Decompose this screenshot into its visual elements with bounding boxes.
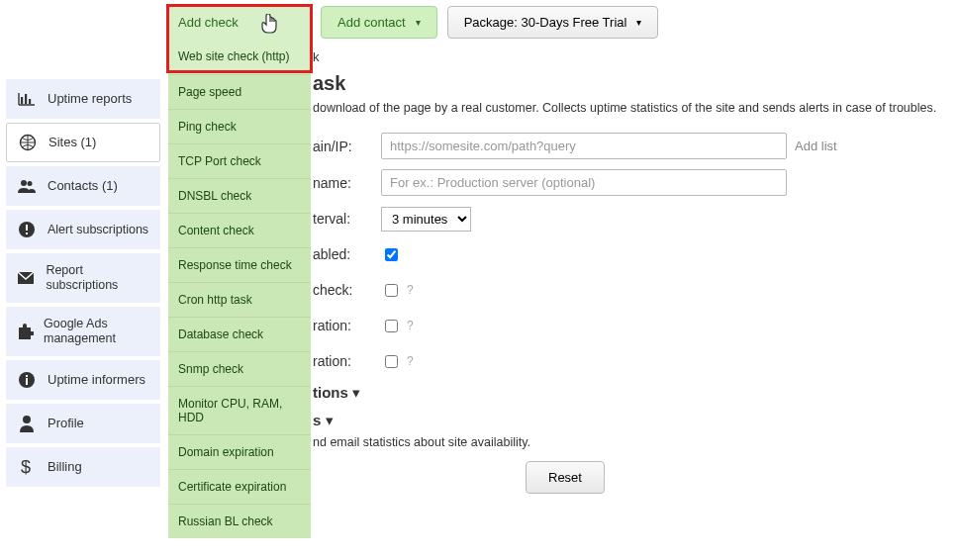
envelope-icon xyxy=(16,271,36,285)
dropdown-item-snmp-check[interactable]: Snmp check xyxy=(168,351,311,386)
globe-icon xyxy=(17,134,39,151)
dropdown-item-ping-check[interactable]: Ping check xyxy=(168,109,311,143)
sidebar-item-label: Report subscriptions xyxy=(46,263,150,293)
dropdown-item-page-speed[interactable]: Page speed xyxy=(168,74,311,109)
sidebar-item-sites[interactable]: Sites (1) xyxy=(6,123,160,162)
sidebar-item-report-subscriptions[interactable]: Report subscriptions xyxy=(6,253,160,303)
sidebar-item-label: Uptime informers xyxy=(48,372,145,388)
svg-rect-1 xyxy=(25,94,27,104)
add-list-link[interactable]: Add list xyxy=(795,139,837,153)
svg-point-5 xyxy=(28,181,33,186)
dropdown-item-response-time-check[interactable]: Response time check xyxy=(168,247,311,282)
sidebar-item-label: Sites (1) xyxy=(48,135,96,150)
sidebar-item-google-ads[interactable]: Google Ads management xyxy=(6,307,160,356)
bar-chart-icon xyxy=(16,91,38,107)
url-input[interactable] xyxy=(381,133,787,159)
users-icon xyxy=(16,178,38,194)
sidebar-item-label: Contacts (1) xyxy=(48,178,118,194)
add-contact-button[interactable]: Add contact ▾ xyxy=(321,6,437,39)
collapse-label-fragment: s xyxy=(313,412,321,428)
sidebar-item-alert-subscriptions[interactable]: Alert subscriptions xyxy=(6,210,160,249)
dropdown-item-website-check[interactable]: Web site check (http) xyxy=(168,39,311,74)
help-icon[interactable]: ? xyxy=(407,319,414,332)
svg-rect-11 xyxy=(26,378,28,385)
ration2-checkbox[interactable] xyxy=(385,355,398,368)
dropdown-item-domain-expiration[interactable]: Domain expiration xyxy=(168,434,311,469)
sidebar-item-label: Alert subscriptions xyxy=(48,223,148,237)
svg-text:$: $ xyxy=(21,457,31,477)
chevron-down-icon: ▾ xyxy=(416,17,421,28)
info-icon xyxy=(16,371,38,389)
text-fragment: k xyxy=(313,49,320,64)
dropdown-item-tcp-port-check[interactable]: TCP Port check xyxy=(168,143,311,178)
dropdown-item-dnsbl-check[interactable]: DNSBL check xyxy=(168,178,311,213)
collapse-label-fragment: tions xyxy=(313,384,348,401)
button-label: Add check xyxy=(178,15,239,30)
name-input[interactable] xyxy=(381,169,787,196)
dropdown-item-monitor-cpu-ram-hdd[interactable]: Monitor CPU, RAM, HDD xyxy=(168,386,311,434)
dropdown-item-content-check[interactable]: Content check xyxy=(168,213,311,247)
sidebar-item-label: Profile xyxy=(48,416,84,431)
dollar-icon: $ xyxy=(16,457,38,477)
dropdown-item-cron-http-task[interactable]: Cron http task xyxy=(168,282,311,317)
dropdown-item-russian-bl-check[interactable]: Russian BL check xyxy=(168,504,311,538)
sidebar-item-contacts[interactable]: Contacts (1) xyxy=(6,166,160,206)
package-button[interactable]: Package: 30-Days Free Trial ▾ xyxy=(447,6,659,39)
alert-icon xyxy=(16,221,38,238)
chevron-down-icon: ▾ xyxy=(352,384,360,401)
svg-rect-7 xyxy=(26,225,28,231)
sidebar-item-label: Google Ads management xyxy=(44,317,150,346)
sidebar-item-profile[interactable]: Profile xyxy=(6,404,160,443)
button-label: Add contact xyxy=(337,15,406,30)
ration1-checkbox[interactable] xyxy=(385,320,398,332)
button-label: Reset xyxy=(548,470,582,485)
sidebar-item-uptime-reports[interactable]: Uptime reports xyxy=(6,79,160,119)
sidebar-item-billing[interactable]: $ Billing xyxy=(6,447,160,487)
interval-select[interactable]: 3 minutes xyxy=(381,207,471,232)
svg-rect-2 xyxy=(29,99,31,104)
help-icon[interactable]: ? xyxy=(407,283,414,297)
sidebar-item-uptime-informers[interactable]: Uptime informers xyxy=(6,360,160,400)
puzzle-icon xyxy=(16,323,34,340)
sidebar-item-label: Uptime reports xyxy=(48,91,132,107)
reset-button[interactable]: Reset xyxy=(526,461,605,494)
help-icon[interactable]: ? xyxy=(407,354,414,368)
check-checkbox[interactable] xyxy=(385,284,398,297)
user-icon xyxy=(16,415,38,432)
enabled-checkbox[interactable] xyxy=(385,248,398,261)
sidebar-item-label: Billing xyxy=(48,459,82,475)
add-check-button[interactable]: Add check xyxy=(168,6,311,39)
button-label: Package: 30-Days Free Trial xyxy=(464,15,627,30)
chevron-down-icon: ▾ xyxy=(636,17,641,28)
svg-point-4 xyxy=(21,180,27,186)
svg-rect-12 xyxy=(26,375,28,377)
dropdown-item-certificate-expiration[interactable]: Certificate expiration xyxy=(168,469,311,504)
add-check-dropdown: Add check Web site check (http) Page spe… xyxy=(168,6,311,538)
chevron-down-icon: ▾ xyxy=(326,412,334,428)
svg-rect-0 xyxy=(21,97,23,104)
svg-rect-8 xyxy=(26,233,28,234)
svg-point-13 xyxy=(23,416,31,423)
sidebar: Uptime reports Sites (1) Contacts (1) Al… xyxy=(6,79,160,491)
dropdown-item-database-check[interactable]: Database check xyxy=(168,317,311,351)
